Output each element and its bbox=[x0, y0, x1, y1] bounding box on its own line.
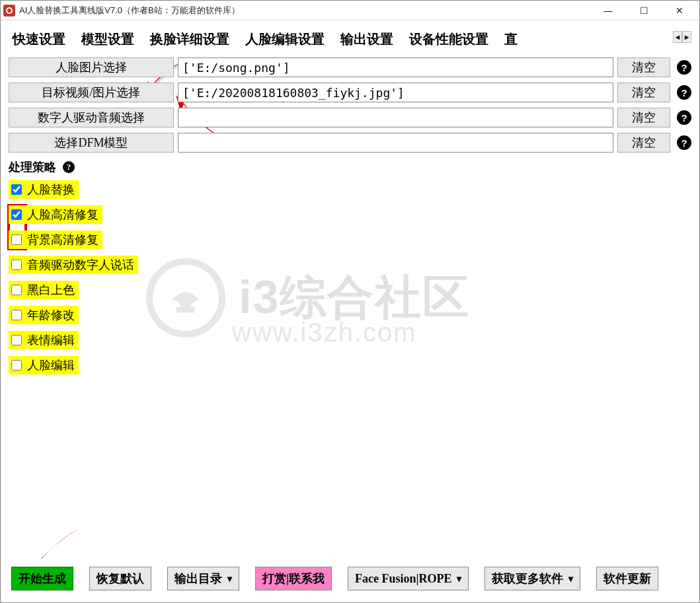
option-0[interactable]: 人脸替换 bbox=[9, 180, 79, 199]
option-checkbox[interactable] bbox=[11, 310, 22, 320]
tab-more[interactable]: 直 bbox=[496, 28, 525, 51]
get-more-software-button[interactable]: 获取更多软件 bbox=[485, 567, 580, 590]
window-title: AI人脸替换工具离线版V7.0（作者B站：万能君的软件库） bbox=[19, 5, 596, 17]
option-label: 人脸编辑 bbox=[27, 357, 75, 373]
maximize-button[interactable]: ☐ bbox=[632, 5, 656, 16]
select-face-image-button[interactable]: 人脸图片选择 bbox=[9, 57, 174, 77]
option-label: 背景高清修复 bbox=[27, 232, 98, 248]
donate-contact-button[interactable]: 打赏|联系我 bbox=[255, 567, 332, 590]
tab-scroll-left[interactable]: ◂ bbox=[673, 31, 682, 43]
audio-path-input[interactable] bbox=[178, 108, 613, 127]
clear-target-button[interactable]: 清空 bbox=[617, 83, 670, 102]
option-checkbox[interactable] bbox=[11, 234, 22, 245]
option-label: 音频驱动数字人说话 bbox=[27, 257, 134, 273]
software-update-button[interactable]: 软件更新 bbox=[596, 567, 658, 590]
tab-model-settings[interactable]: 模型设置 bbox=[73, 28, 142, 51]
tab-device-perf[interactable]: 设备性能设置 bbox=[401, 28, 496, 51]
option-3[interactable]: 音频驱动数字人说话 bbox=[9, 256, 138, 274]
help-icon[interactable]: ? bbox=[677, 110, 691, 125]
restore-defaults-button[interactable]: 恢复默认 bbox=[89, 567, 151, 590]
option-1[interactable]: 人脸高清修复 bbox=[9, 205, 102, 224]
strategy-header: 处理策略 ? bbox=[9, 159, 691, 175]
app-icon bbox=[3, 5, 15, 17]
option-checkbox[interactable] bbox=[11, 360, 22, 371]
clear-face-image-button[interactable]: 清空 bbox=[617, 57, 670, 77]
bottom-toolbar: 开始生成 恢复默认 输出目录 打赏|联系我 Face Fusion|ROPE 获… bbox=[1, 559, 699, 602]
select-audio-button[interactable]: 数字人驱动音频选择 bbox=[9, 108, 174, 127]
option-checkbox[interactable] bbox=[11, 260, 22, 270]
tab-quick-settings[interactable]: 快速设置 bbox=[9, 28, 73, 51]
option-7[interactable]: 人脸编辑 bbox=[9, 356, 79, 374]
help-icon[interactable]: ? bbox=[677, 135, 691, 150]
start-generate-button[interactable]: 开始生成 bbox=[11, 567, 73, 590]
option-6[interactable]: 表情编辑 bbox=[9, 331, 79, 349]
option-label: 人脸高清修复 bbox=[27, 207, 98, 223]
help-icon[interactable]: ? bbox=[677, 60, 691, 75]
close-button[interactable]: ✕ bbox=[668, 5, 691, 16]
option-checkbox[interactable] bbox=[11, 209, 22, 220]
option-checkbox[interactable] bbox=[11, 285, 22, 295]
output-dir-button[interactable]: 输出目录 bbox=[167, 567, 239, 590]
annotation-arrow bbox=[4, 522, 90, 559]
option-label: 表情编辑 bbox=[27, 332, 75, 348]
tab-scroll-right[interactable]: ▸ bbox=[682, 31, 691, 43]
option-checkbox[interactable] bbox=[11, 184, 22, 195]
option-label: 年龄修改 bbox=[27, 307, 75, 323]
minimize-button[interactable]: — bbox=[596, 5, 620, 16]
clear-dfm-button[interactable]: 清空 bbox=[617, 133, 670, 153]
face-image-path-input[interactable] bbox=[178, 57, 613, 77]
svg-point-1 bbox=[7, 9, 11, 13]
tab-faceswap-detail[interactable]: 换脸详细设置 bbox=[142, 28, 237, 51]
option-5[interactable]: 年龄修改 bbox=[9, 306, 79, 324]
help-icon[interactable]: ? bbox=[677, 85, 691, 100]
option-4[interactable]: 黑白上色 bbox=[9, 281, 79, 299]
option-checkbox[interactable] bbox=[11, 335, 22, 345]
tab-output[interactable]: 输出设置 bbox=[332, 28, 401, 51]
option-label: 黑白上色 bbox=[27, 282, 75, 298]
face-fusion-rope-button[interactable]: Face Fusion|ROPE bbox=[348, 567, 469, 590]
help-icon[interactable]: ? bbox=[63, 161, 75, 173]
select-target-button[interactable]: 目标视频/图片选择 bbox=[9, 83, 174, 102]
option-2[interactable]: 背景高清修复 bbox=[9, 231, 102, 249]
target-path-input[interactable] bbox=[178, 83, 613, 102]
select-dfm-button[interactable]: 选择DFM模型 bbox=[9, 133, 174, 153]
option-label: 人脸替换 bbox=[27, 182, 75, 197]
title-bar: AI人脸替换工具离线版V7.0（作者B站：万能君的软件库） — ☐ ✕ bbox=[1, 1, 699, 20]
clear-audio-button[interactable]: 清空 bbox=[617, 108, 670, 127]
tabs-bar: 快速设置 模型设置 换脸详细设置 人脸编辑设置 输出设置 设备性能设置 直 ◂ … bbox=[9, 27, 691, 51]
tab-face-edit[interactable]: 人脸编辑设置 bbox=[237, 28, 332, 51]
dfm-path-input[interactable] bbox=[178, 133, 613, 153]
